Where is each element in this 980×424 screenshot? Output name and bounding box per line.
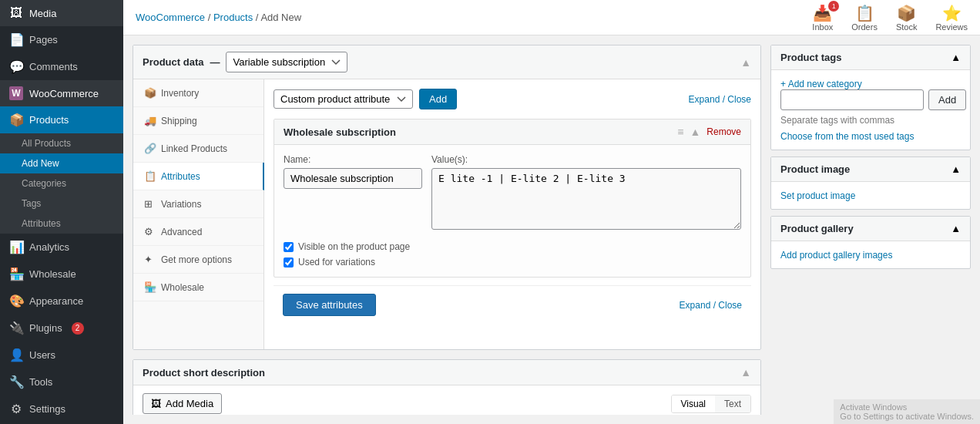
sidebar-item-plugins[interactable]: 🔌 Plugins 2 xyxy=(0,315,123,342)
topbar-stock[interactable]: 📦 Stock xyxy=(896,4,918,32)
variations-checkbox[interactable] xyxy=(284,257,294,268)
users-icon: 👤 xyxy=(9,348,23,362)
save-attributes-button[interactable]: Save attributes xyxy=(283,294,376,316)
short-desc-body: 🖼 Add Media Visual Text Paragraph B xyxy=(133,385,760,415)
set-product-image-link[interactable]: Set product image xyxy=(780,190,855,201)
analytics-label: Analytics xyxy=(29,241,69,253)
product-gallery-header[interactable]: Product gallery ▲ xyxy=(771,217,970,241)
attr-name-input[interactable] xyxy=(284,168,422,189)
custom-attribute-select[interactable]: Custom product attribute xyxy=(274,89,413,109)
collapse-icon[interactable]: ▲ xyxy=(740,56,751,69)
product-data-body: 📦 Inventory 🚚 Shipping 🔗 Linked Products xyxy=(133,79,760,349)
product-image-header[interactable]: Product image ▲ xyxy=(771,157,970,182)
sidebar-label-media: Media xyxy=(29,8,56,19)
tab-wholesale-label: Wholesale xyxy=(161,282,204,293)
tab-variations[interactable]: ⊞ Variations xyxy=(133,190,263,218)
plugins-icon: 🔌 xyxy=(9,321,23,335)
product-tags-body: + Add new category Add Separate tags wit… xyxy=(771,70,970,150)
add-media-label: Add Media xyxy=(166,398,213,409)
topbar-inbox[interactable]: 📥 1 Inbox xyxy=(812,4,833,32)
attr-item-header: Wholesale subscription ≡ ▲ Remove xyxy=(274,119,750,145)
tab-variations-label: Variations xyxy=(161,199,201,210)
text-tab[interactable]: Text xyxy=(715,395,750,412)
short-desc-panel-header[interactable]: Product short description ▲ xyxy=(133,360,760,385)
tab-linked-products[interactable]: 🔗 Linked Products xyxy=(133,135,263,163)
windows-activate-line2: Go to Settings to activate Windows. xyxy=(840,412,971,415)
tags-input[interactable] xyxy=(780,89,924,110)
appearance-label: Appearance xyxy=(29,295,83,307)
product-type-select[interactable]: Variable subscription xyxy=(226,52,347,72)
sidebar-item-tools[interactable]: 🔧 Tools xyxy=(0,368,123,395)
visible-checkbox[interactable] xyxy=(284,242,294,252)
attr-checkboxes: Visible on the product page Used for var… xyxy=(284,241,741,268)
settings-label: Settings xyxy=(29,403,65,415)
visual-tab[interactable]: Visual xyxy=(672,395,715,412)
linked-tab-icon: 🔗 xyxy=(144,143,155,154)
sidebar-item-users[interactable]: 👤 Users xyxy=(0,342,123,368)
attr-name-field: Name: xyxy=(284,154,422,232)
sidebar-item-woocommerce[interactable]: W WooCommerce xyxy=(0,80,123,106)
stock-label: Stock xyxy=(896,22,918,32)
short-desc-title: Product short description xyxy=(143,367,265,379)
sidebar-label-pages: Pages xyxy=(29,34,58,45)
sidebar-item-categories[interactable]: Categories xyxy=(0,173,123,193)
product-data-title: Product data xyxy=(143,56,203,68)
sidebar-item-all-products[interactable]: All Products xyxy=(0,133,123,153)
sidebar-item-tags[interactable]: Tags xyxy=(0,193,123,214)
visible-checkbox-label[interactable]: Visible on the product page xyxy=(284,241,741,252)
sidebar-label-woocommerce: WooCommerce xyxy=(29,88,99,99)
sidebar-item-wholesale[interactable]: 🏪 Wholesale xyxy=(0,261,123,288)
add-attribute-button[interactable]: Add xyxy=(419,89,457,109)
tags-hint: Separate tags with commas xyxy=(780,115,961,126)
breadcrumb-products[interactable]: Products xyxy=(213,12,253,23)
analytics-icon: 📊 xyxy=(9,240,23,254)
attr-values-field: Value(s): E lite -1 | E-lite 2 | E-lite … xyxy=(431,154,741,232)
short-desc-collapse-icon[interactable]: ▲ xyxy=(740,366,751,379)
remove-attribute-link[interactable]: Remove xyxy=(706,126,741,137)
woocommerce-icon: W xyxy=(9,86,23,100)
tab-get-more-options[interactable]: ✦ Get more options xyxy=(133,246,263,274)
sidebar-item-add-new[interactable]: Add New xyxy=(0,153,123,173)
categories-label: Categories xyxy=(22,178,66,189)
all-products-label: All Products xyxy=(22,138,71,149)
sidebar-item-settings[interactable]: ⚙ Settings xyxy=(0,395,123,422)
tab-inventory[interactable]: 📦 Inventory xyxy=(133,79,263,107)
orders-label: Orders xyxy=(851,22,878,32)
variations-checkbox-label[interactable]: Used for variations xyxy=(284,257,741,268)
breadcrumb-woocommerce[interactable]: WooCommerce xyxy=(136,12,205,23)
variations-tab-icon: ⊞ xyxy=(144,198,155,210)
tags-label: Tags xyxy=(22,198,41,209)
sidebar-item-appearance[interactable]: 🎨 Appearance xyxy=(0,288,123,315)
product-tags-header[interactable]: Product tags ▲ xyxy=(771,45,970,70)
tab-attributes[interactable]: 📋 Attributes xyxy=(133,163,264,190)
sidebar-item-products[interactable]: 📦 Products xyxy=(0,106,123,133)
topbar-icons: 📥 1 Inbox 📋 Orders 📦 Stock ⭐ Reviews xyxy=(812,4,968,32)
sidebar-item-media[interactable]: 🖼 Media xyxy=(0,0,123,26)
tab-advanced[interactable]: ⚙ Advanced xyxy=(133,218,263,246)
expand-close-bottom[interactable]: Expand / Close xyxy=(680,300,742,311)
drag-handle-icon[interactable]: ≡ xyxy=(677,126,683,138)
tab-wholesale[interactable]: 🏪 Wholesale xyxy=(133,274,263,301)
add-media-button[interactable]: 🖼 Add Media xyxy=(143,393,222,414)
sidebar-item-comments[interactable]: 💬 Comments xyxy=(0,53,123,80)
topbar-orders[interactable]: 📋 Orders xyxy=(851,4,878,32)
attr-fields: Name: Value(s): E lite -1 | E-lite 2 | E… xyxy=(274,145,750,277)
add-new-category-link[interactable]: + Add new category xyxy=(780,79,862,89)
product-gallery-collapse-icon: ▲ xyxy=(951,223,961,234)
sidebar-item-analytics[interactable]: 📊 Analytics xyxy=(0,234,123,261)
add-tag-button[interactable]: Add xyxy=(928,89,966,110)
sidebar-item-attributes[interactable]: Attributes xyxy=(0,214,123,234)
inventory-tab-icon: 📦 xyxy=(144,87,155,99)
advanced-tab-icon: ⚙ xyxy=(144,226,155,237)
choose-tags-link[interactable]: Choose from the most used tags xyxy=(780,131,914,142)
product-data-panel-header[interactable]: Product data — Variable subscription ▲ xyxy=(133,45,760,79)
topbar-reviews[interactable]: ⭐ Reviews xyxy=(935,4,968,32)
add-product-gallery-images-link[interactable]: Add product gallery images xyxy=(780,250,892,261)
expand-close-top[interactable]: Expand / Close xyxy=(689,94,751,105)
sort-icon[interactable]: ▲ xyxy=(690,126,700,138)
sidebar-item-pages[interactable]: 📄 Pages xyxy=(0,26,123,53)
product-image-body: Set product image xyxy=(771,182,970,209)
attr-values-textarea[interactable]: E lite -1 | E-lite 2 | E-lite 3 xyxy=(431,168,741,230)
attr-item-actions: ≡ ▲ Remove xyxy=(677,126,741,138)
tab-shipping[interactable]: 🚚 Shipping xyxy=(133,107,263,135)
